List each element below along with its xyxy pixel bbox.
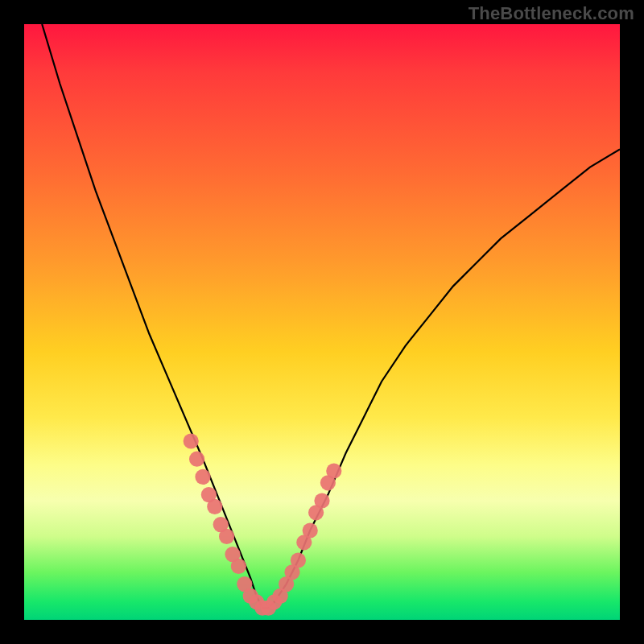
- marker-group: [184, 433, 342, 615]
- marker-point: [314, 493, 329, 508]
- marker-point: [219, 529, 234, 544]
- plot-area: [24, 24, 620, 620]
- marker-point: [291, 552, 306, 568]
- marker-point: [189, 452, 204, 467]
- marker-point: [326, 463, 341, 478]
- marker-point: [303, 522, 318, 538]
- marker-point: [195, 469, 210, 485]
- marker-point: [207, 499, 222, 514]
- marker-point: [184, 433, 199, 448]
- watermark-text: TheBottleneck.com: [469, 3, 634, 24]
- chart-frame: TheBottleneck.com: [0, 0, 644, 644]
- plot-overlay: [24, 24, 620, 620]
- marker-point: [231, 559, 246, 574]
- bottleneck-curve: [42, 24, 620, 608]
